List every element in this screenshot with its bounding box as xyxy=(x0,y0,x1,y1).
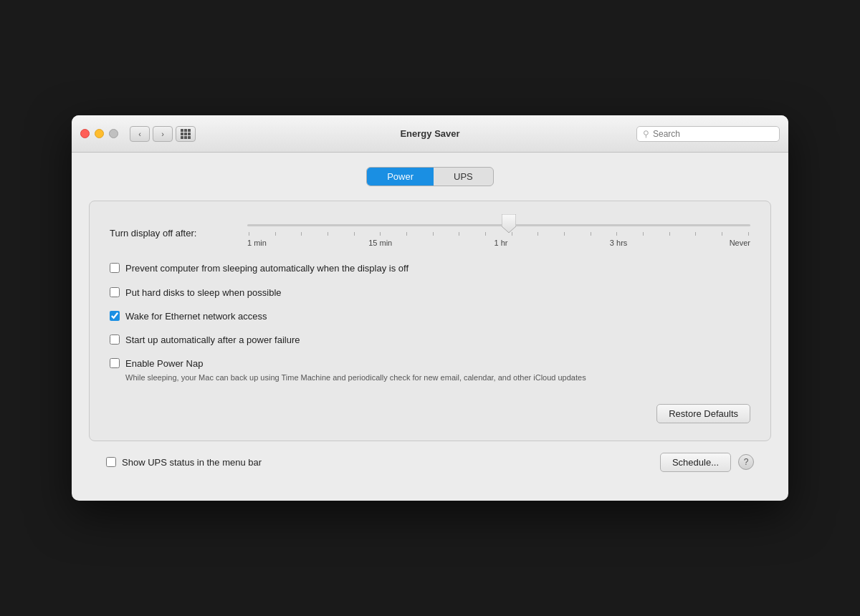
tick xyxy=(459,232,459,236)
main-content: Power UPS Turn display off after: xyxy=(72,153,788,500)
list-item: Prevent computer from sleeping automatic… xyxy=(110,261,750,275)
tick xyxy=(328,232,328,236)
list-item: Start up automatically after a power fai… xyxy=(110,333,750,347)
tab-power[interactable]: Power xyxy=(367,168,434,186)
slider-label: Turn display off after: xyxy=(110,228,239,239)
traffic-lights xyxy=(80,129,118,138)
wake-ethernet-label[interactable]: Wake for Ethernet network access xyxy=(125,311,267,322)
energy-saver-window: ‹ › Energy Saver ⚲ Power UPS xyxy=(72,115,788,500)
auto-startup-label[interactable]: Start up automatically after a power fai… xyxy=(125,335,300,345)
list-item: Wake for Ethernet network access xyxy=(110,309,750,323)
list-item: Put hard disks to sleep when possible xyxy=(110,286,750,299)
show-ups-checkbox[interactable] xyxy=(106,457,116,467)
checkbox-label-group: Put hard disks to sleep when possible xyxy=(125,286,282,299)
tick xyxy=(591,232,591,236)
checkbox-label-group: Prevent computer from sleeping automatic… xyxy=(125,261,408,275)
titlebar: ‹ › Energy Saver ⚲ xyxy=(72,115,788,153)
slider-track xyxy=(247,224,750,226)
restore-row: Restore Defaults xyxy=(110,404,750,423)
checkbox-list: Prevent computer from sleeping automatic… xyxy=(110,261,750,383)
slider-label-15min: 15 min xyxy=(368,239,392,247)
slider-row: Turn display off after: xyxy=(110,218,750,247)
nav-buttons: ‹ › xyxy=(130,126,173,142)
tick xyxy=(616,232,617,236)
tick xyxy=(643,232,644,236)
tick xyxy=(380,232,381,236)
list-item: Enable Power Nap While sleeping, your Ma… xyxy=(110,357,750,384)
grid-icon xyxy=(181,129,191,139)
slider-label-1hr: 1 hr xyxy=(494,239,508,247)
schedule-button[interactable]: Schedule... xyxy=(660,453,731,472)
tick xyxy=(564,232,565,236)
tick xyxy=(275,232,276,236)
power-nap-checkbox[interactable] xyxy=(110,358,120,368)
back-button[interactable]: ‹ xyxy=(130,126,150,142)
slider-label-never: Never xyxy=(730,239,750,247)
bottom-right: Schedule... ? xyxy=(660,453,754,472)
power-nap-description: While sleeping, your Mac can back up usi… xyxy=(125,372,586,383)
tick xyxy=(406,232,407,236)
tick xyxy=(748,232,749,236)
svg-marker-0 xyxy=(502,214,516,233)
tab-group: Power UPS xyxy=(366,167,494,186)
show-ups-label[interactable]: Show UPS status in the menu bar xyxy=(122,457,262,468)
slider-label-3hrs: 3 hrs xyxy=(610,239,627,247)
search-icon: ⚲ xyxy=(643,129,649,139)
tick xyxy=(354,232,355,236)
tick xyxy=(249,232,249,236)
minimize-button[interactable] xyxy=(95,129,104,138)
slider-label-1min: 1 min xyxy=(247,239,267,247)
tick xyxy=(485,232,486,236)
help-button[interactable]: ? xyxy=(738,454,754,470)
tick xyxy=(538,232,538,236)
tick xyxy=(722,232,722,236)
bottom-bar: Show UPS status in the menu bar Schedule… xyxy=(89,441,771,483)
display-sleep-slider-section: Turn display off after: xyxy=(110,218,750,247)
tab-ups[interactable]: UPS xyxy=(434,168,493,186)
window-title: Energy Saver xyxy=(400,128,459,139)
tick xyxy=(695,232,696,236)
search-input[interactable] xyxy=(653,129,773,139)
forward-button[interactable]: › xyxy=(153,126,173,142)
slider-track-container xyxy=(247,218,750,231)
restore-defaults-button[interactable]: Restore Defaults xyxy=(656,404,750,423)
close-button[interactable] xyxy=(80,129,90,138)
checkbox-label-group: Enable Power Nap While sleeping, your Ma… xyxy=(125,357,586,384)
prevent-sleep-checkbox[interactable] xyxy=(110,263,120,273)
tick xyxy=(301,232,302,236)
segmented-control: Power UPS xyxy=(89,167,771,186)
power-nap-label[interactable]: Enable Power Nap xyxy=(125,358,203,369)
checkbox-label-group: Wake for Ethernet network access xyxy=(125,309,267,323)
slider-visual: 1 min 15 min 1 hr 3 hrs Never xyxy=(247,218,750,247)
tick xyxy=(669,232,670,236)
auto-startup-checkbox[interactable] xyxy=(110,335,120,345)
checkbox-label-group: Start up automatically after a power fai… xyxy=(125,333,300,347)
maximize-button[interactable] xyxy=(109,129,118,138)
prevent-sleep-label[interactable]: Prevent computer from sleeping automatic… xyxy=(125,263,408,274)
tick xyxy=(433,232,434,236)
show-ups-row: Show UPS status in the menu bar xyxy=(106,457,262,468)
tick-marks xyxy=(247,232,750,236)
hard-disk-sleep-checkbox[interactable] xyxy=(110,287,120,297)
grid-button[interactable] xyxy=(176,126,196,142)
slider-labels: 1 min 15 min 1 hr 3 hrs Never xyxy=(247,239,750,247)
search-box[interactable]: ⚲ xyxy=(636,126,780,142)
hard-disk-sleep-label[interactable]: Put hard disks to sleep when possible xyxy=(125,287,282,298)
slider-thumb[interactable] xyxy=(502,214,516,233)
wake-ethernet-checkbox[interactable] xyxy=(110,311,120,321)
settings-panel: Turn display off after: xyxy=(89,201,771,441)
